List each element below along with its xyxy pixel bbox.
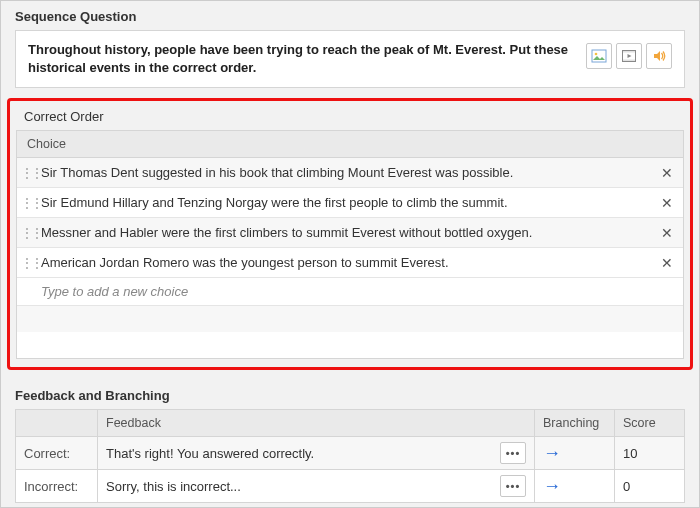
fb-text[interactable]: That's right! You answered correctly. <box>106 446 494 461</box>
score-cell[interactable]: 0 <box>615 470 685 503</box>
fb-label: Correct: <box>16 437 98 470</box>
remove-choice-button[interactable]: ✕ <box>657 255 677 271</box>
feedback-more-button[interactable]: ••• <box>500 475 526 497</box>
add-video-button[interactable] <box>616 43 642 69</box>
media-buttons <box>586 43 672 69</box>
new-choice-input[interactable]: Type to add a new choice <box>17 278 683 306</box>
remove-choice-button[interactable]: ✕ <box>657 195 677 211</box>
section-title-question: Sequence Question <box>1 1 699 30</box>
add-audio-button[interactable] <box>646 43 672 69</box>
score-cell[interactable]: 10 <box>615 437 685 470</box>
fb-header-score: Score <box>615 410 685 437</box>
question-box: Throughout history, people have been try… <box>15 30 685 88</box>
audio-icon <box>651 48 667 64</box>
fb-header-blank <box>16 410 98 437</box>
remove-choice-button[interactable]: ✕ <box>657 165 677 181</box>
image-icon <box>591 48 607 64</box>
fb-header-branching: Branching <box>535 410 615 437</box>
feedback-section: Feedback and Branching Feedback Branchin… <box>15 380 685 503</box>
empty-row <box>17 332 683 358</box>
video-icon <box>621 48 637 64</box>
choice-text[interactable]: American Jordan Romero was the youngest … <box>35 251 657 274</box>
drag-handle-icon[interactable]: ⋮⋮ <box>21 166 35 180</box>
branching-button[interactable]: → <box>535 470 615 503</box>
feedback-more-button[interactable]: ••• <box>500 442 526 464</box>
choice-table: Choice ⋮⋮ Sir Thomas Dent suggested in h… <box>16 130 684 359</box>
feedback-table: Feedback Branching Score Correct: That's… <box>15 409 685 503</box>
choice-row[interactable]: ⋮⋮ Messner and Habler were the first cli… <box>17 218 683 248</box>
feedback-row-incorrect: Incorrect: Sorry, this is incorrect... •… <box>16 470 685 503</box>
feedback-row-correct: Correct: That's right! You answered corr… <box>16 437 685 470</box>
choice-header: Choice <box>17 131 683 158</box>
choice-text[interactable]: Sir Edmund Hillary and Tenzing Norgay we… <box>35 191 657 214</box>
choice-row[interactable]: ⋮⋮ Sir Thomas Dent suggested in his book… <box>17 158 683 188</box>
choice-text[interactable]: Sir Thomas Dent suggested in his book th… <box>35 161 657 184</box>
svg-rect-3 <box>623 51 636 53</box>
fb-text[interactable]: Sorry, this is incorrect... <box>106 479 494 494</box>
fb-header-feedback: Feedback <box>98 410 535 437</box>
svg-point-1 <box>595 53 598 56</box>
branching-button[interactable]: → <box>535 437 615 470</box>
empty-row <box>17 306 683 332</box>
fb-label: Incorrect: <box>16 470 98 503</box>
correct-order-frame: Correct Order Choice ⋮⋮ Sir Thomas Dent … <box>7 98 693 370</box>
svg-rect-0 <box>592 50 606 62</box>
drag-handle-icon[interactable]: ⋮⋮ <box>21 256 35 270</box>
svg-rect-4 <box>623 60 636 62</box>
choice-row[interactable]: ⋮⋮ Sir Edmund Hillary and Tenzing Norgay… <box>17 188 683 218</box>
question-editor-panel: Sequence Question Throughout history, pe… <box>0 0 700 508</box>
section-title-feedback: Feedback and Branching <box>15 380 685 409</box>
drag-handle-icon[interactable]: ⋮⋮ <box>21 196 35 210</box>
question-text[interactable]: Throughout history, people have been try… <box>28 41 576 77</box>
choice-text[interactable]: Messner and Habler were the first climbe… <box>35 221 657 244</box>
drag-handle-icon[interactable]: ⋮⋮ <box>21 226 35 240</box>
remove-choice-button[interactable]: ✕ <box>657 225 677 241</box>
add-image-button[interactable] <box>586 43 612 69</box>
section-title-order: Correct Order <box>16 107 684 130</box>
choice-row[interactable]: ⋮⋮ American Jordan Romero was the younge… <box>17 248 683 278</box>
